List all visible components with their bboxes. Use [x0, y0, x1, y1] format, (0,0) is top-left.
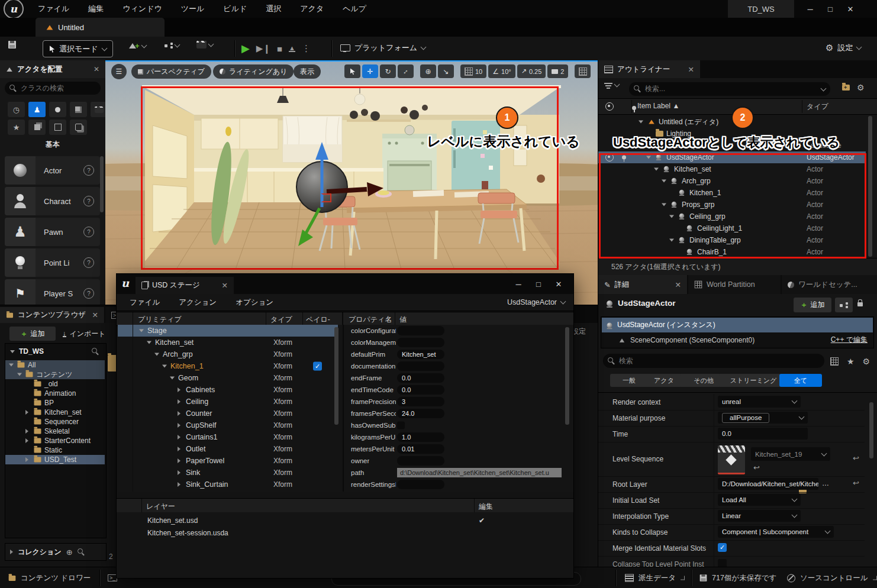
collections-header[interactable]: コレクション ⊕ [5, 543, 107, 561]
folder-row-Skeletal[interactable]: Skeletal [5, 427, 105, 436]
place-item-Pawn[interactable]: ♟Pawn? [5, 218, 100, 246]
usd-prim-row-Cabinets[interactable]: CabinetsXform [118, 384, 338, 396]
derived-data-button[interactable]: 派生データ [625, 573, 685, 583]
show-dropdown[interactable]: 表示 [294, 64, 321, 79]
outliner-filter-button[interactable] [604, 84, 619, 86]
usd-stage-tab[interactable]: USD ステージ ✕ [136, 277, 234, 294]
usd-prim-row-Kitchen_set[interactable]: Kitchen_setXform [118, 337, 338, 348]
help-icon[interactable]: ? [83, 227, 94, 237]
menu-item-ファイル[interactable]: ファイル [28, 4, 79, 14]
rotation-snap[interactable]: ∠10° [488, 64, 515, 78]
usd-property-row-framePrecision[interactable]: framePrecision3 [344, 396, 565, 408]
details-scrollbar[interactable] [869, 402, 873, 458]
usd-prim-row-Sink[interactable]: SinkXform [118, 467, 338, 479]
category-recent-icon[interactable]: ◷ [8, 102, 25, 117]
close-button[interactable]: ✕ [840, 0, 860, 18]
unsaved-button[interactable]: 717個が未保存です [699, 573, 776, 583]
usd-property-row-endFrame[interactable]: endFrame0.0 [344, 372, 565, 384]
menu-item-編集[interactable]: 編集 [79, 4, 113, 14]
menu-item-ツール[interactable]: ツール [172, 4, 214, 14]
usd-prim-row-Kitchen_1[interactable]: Kitchen_1Xform✓ [118, 360, 338, 372]
collection-search-icon[interactable] [78, 548, 85, 556]
folder-row-USD_Test[interactable]: USD_Test [5, 455, 105, 464]
property-value-input[interactable] [397, 361, 444, 371]
merge-identical-checkbox[interactable]: ✓ [718, 543, 727, 552]
layer-row-Kitchen_set-session.usda[interactable]: Kitchen_set-session.usda [117, 527, 572, 539]
usd-prim-row-Arch_grp[interactable]: Arch_grpXform [118, 348, 338, 360]
root-layer-input[interactable]: D:/Download/Kitchen_set/Kitche [718, 478, 818, 490]
usd-prim-row-Geom[interactable]: GeomXform [118, 372, 338, 384]
category-effects-icon[interactable]: ★ [8, 119, 25, 135]
close-icon[interactable]: ✕ [222, 281, 228, 290]
browse-ellipsis-button[interactable]: … [822, 479, 829, 487]
usd-property-row-colorConfiguratio[interactable]: colorConfiguratio [344, 325, 565, 337]
component-row-instance[interactable]: UsdStageActor (インスタンス) [602, 318, 873, 332]
usd-prim-row-Stage[interactable]: Stage [118, 325, 338, 337]
viewport[interactable]: ☰ パースペクティブ ライティングあり 表示 ✛ ↻ ↕ ⊕ ↘ 10 ∠10°… [105, 60, 598, 305]
layer-row-Kitchen_set.usd[interactable]: Kitchen_set.usd✔ [117, 515, 572, 526]
property-checkbox[interactable] [397, 422, 405, 429]
type-column-header[interactable]: タイプ [807, 102, 828, 112]
usd-prim-row-Counter[interactable]: CounterXform [118, 408, 338, 419]
filter-chip-ストリーミング[interactable]: ストリーミング [719, 374, 788, 387]
prim-column-header[interactable]: プリミティブ [138, 315, 182, 325]
initial-load-set-dropdown[interactable]: Load All [718, 494, 801, 506]
outliner-tab[interactable]: アウトライナー ✕ [598, 60, 700, 78]
usd-menu-アクション[interactable]: アクション [169, 298, 226, 308]
help-icon[interactable]: ? [83, 257, 94, 268]
time-input[interactable]: 0.0 [718, 428, 808, 440]
pin-column-icon[interactable] [632, 106, 636, 110]
frame-skip-button[interactable]: ▶❙ [256, 43, 270, 54]
category-shapes-icon[interactable] [70, 102, 87, 117]
property-value-input[interactable] [397, 326, 444, 335]
cinematics-dropdown[interactable] [196, 41, 213, 49]
add-component-button[interactable]: ＋追加 [794, 298, 831, 312]
content-browser-tab[interactable]: コンテンツブラウザ ✕ [0, 307, 104, 323]
viewport-options-menu[interactable]: ☰ [111, 64, 127, 79]
usd-property-row-framesPerSecond[interactable]: framesPerSecond24.0 [344, 408, 565, 419]
scale-tool[interactable]: ↕ [398, 64, 414, 78]
settings-dropdown[interactable]: ⚙ 設定 [826, 43, 861, 53]
material-purpose-combo[interactable]: allPurpose [718, 412, 808, 424]
visibility-column-eye-icon[interactable] [605, 102, 614, 111]
property-value-input[interactable]: 0.01 [397, 444, 444, 454]
folder-row-コンテンツ[interactable]: コンテンツ [5, 370, 105, 379]
new-folder-icon[interactable]: + [842, 85, 850, 91]
save-button[interactable] [8, 41, 16, 50]
outliner-settings-gear-icon[interactable]: ⚙ [857, 83, 865, 92]
source-control-button[interactable]: ソースコントロール [787, 573, 877, 583]
level-sequence-thumbnail[interactable] [718, 445, 745, 474]
usd-property-row-documentation[interactable]: documentation [344, 360, 565, 372]
menu-item-ウィンドウ[interactable]: ウィンドウ [113, 4, 172, 14]
details-settings-gear-icon[interactable]: ⚙ [863, 357, 870, 366]
usd-property-row-defaultPrim[interactable]: defaultPrimKitchen_set [344, 348, 565, 360]
reset-icon[interactable]: ↩ [853, 479, 859, 487]
property-value-input[interactable] [397, 456, 444, 466]
place-actors-tab[interactable]: アクタを配置 ✕ [0, 60, 105, 78]
perspective-dropdown[interactable]: パースペクティブ [131, 64, 211, 79]
minimize-button[interactable]: ─ [508, 274, 528, 294]
usd-property-row-kilogramsPerUnit[interactable]: kilogramsPerUnit1.0 [344, 431, 565, 443]
close-icon[interactable]: ✕ [92, 311, 98, 319]
folder-row-All[interactable]: All [5, 360, 105, 370]
place-item-Point Li[interactable]: Point Li? [5, 248, 100, 277]
details-tab[interactable]: ✎ 詳細 ✕ [598, 275, 687, 294]
usd-property-row-metersPerUnit[interactable]: metersPerUnit0.01 [344, 443, 565, 455]
type-column-header[interactable]: タイプ [270, 315, 292, 325]
property-value-input[interactable]: 1.0 [397, 432, 444, 442]
folder-row-Static[interactable]: Static [5, 445, 105, 455]
folder-row-_old[interactable]: _old [5, 379, 105, 389]
platforms-dropdown[interactable]: プラットフォーム [340, 43, 425, 53]
collapse-top-level-checkbox[interactable] [718, 559, 727, 567]
menu-item-アクタ[interactable]: アクタ [291, 4, 333, 14]
unreal-logo-icon[interactable]: u [4, 0, 24, 19]
add-collection-icon[interactable]: ⊕ [66, 548, 73, 557]
property-value-input[interactable] [397, 338, 444, 347]
close-icon[interactable]: ✕ [688, 65, 694, 74]
rotate-tool[interactable]: ↻ [380, 64, 396, 78]
help-icon[interactable]: ? [83, 288, 94, 299]
details-search-input[interactable]: 検索 [603, 354, 824, 368]
surface-snap-toggle[interactable]: ↘ [438, 64, 454, 78]
property-value-input[interactable]: 0.0 [397, 385, 444, 395]
folder-row-BP[interactable]: BP [5, 398, 105, 408]
